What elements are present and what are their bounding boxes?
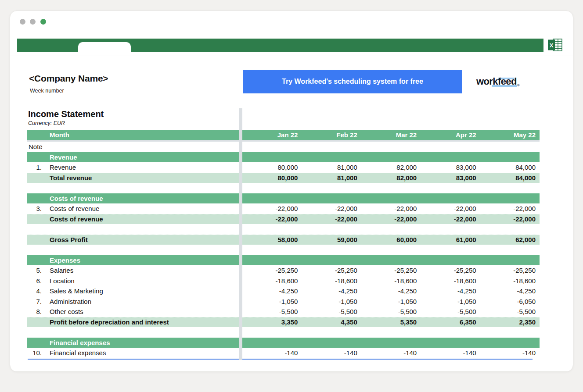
company-name-title: <Company Name>	[29, 73, 108, 84]
cell-value: -140	[242, 349, 302, 356]
excel-icon: X	[547, 38, 563, 52]
cell-value: 62,000	[480, 236, 540, 243]
row-label: Gross Profit	[42, 236, 242, 243]
cell-value: -22,000	[480, 205, 540, 212]
row-label: Salaries	[42, 267, 242, 274]
currency-label: Currency: EUR	[28, 120, 65, 126]
cell-value: 61,000	[421, 236, 480, 243]
cell-value: -25,250	[480, 267, 540, 274]
month-header-label: Month	[42, 131, 242, 139]
table-row: 4. Sales & Marketing -4,250 -4,250 -4,25…	[27, 286, 540, 296]
table-spacer-row	[27, 224, 540, 235]
sheet-tab[interactable]	[78, 42, 131, 54]
table-row: 3. Costs of revenue -22,000 -22,000 -22,…	[27, 203, 540, 214]
table-month-header-row: Month Jan 22 Feb 22 Mar 22 Apr 22 May 22	[27, 130, 540, 140]
note-number: 5.	[27, 267, 42, 274]
table-total-row: Costs of revenue -22,000 -22,000 -22,000…	[27, 214, 540, 225]
cell-value: -22,000	[480, 215, 540, 223]
try-workfeed-button[interactable]: Try Workfeed's scheduling system for fre…	[243, 70, 462, 93]
cell-value: -5,500	[242, 308, 302, 315]
note-number: 6.	[27, 277, 42, 285]
cell-value: 84,000	[480, 164, 540, 171]
cell-value: -18,600	[421, 277, 480, 285]
svg-text:X: X	[550, 42, 554, 49]
month-header-cell: May 22	[480, 131, 540, 139]
cell-value: -1,050	[242, 298, 302, 305]
cell-value: -18,600	[302, 277, 361, 285]
row-label: Other costs	[42, 308, 242, 315]
cell-value: 59,000	[302, 236, 361, 243]
cell-value: 58,000	[242, 236, 302, 243]
cell-value: -22,000	[242, 205, 302, 212]
table-row: 6. Location -18,600 -18,600 -18,600 -18,…	[27, 276, 540, 286]
cell-value: 6,350	[421, 318, 480, 326]
cell-value: -140	[480, 349, 540, 356]
cell-value: 82,000	[361, 174, 421, 182]
table-row: 8. Other costs -5,500 -5,500 -5,500 -5,5…	[27, 306, 540, 317]
cell-value: -140	[421, 349, 480, 356]
window-control-dot-3[interactable]	[40, 19, 46, 25]
cell-value: 83,000	[421, 174, 480, 182]
cell-value: -4,250	[480, 287, 540, 295]
workfeed-logo[interactable]: workfeed®	[476, 76, 519, 87]
row-label: Costs of revenue	[42, 215, 242, 223]
cell-value: -22,000	[361, 205, 421, 212]
window-control-dot-2[interactable]	[30, 19, 36, 25]
cell-value: -140	[302, 349, 361, 356]
cell-value: 4,350	[302, 318, 361, 326]
row-label: Costs of revenue	[42, 205, 242, 212]
cell-value: 80,000	[242, 164, 302, 171]
section-label: Revenue	[42, 153, 242, 161]
cell-value: -4,250	[421, 287, 480, 295]
row-label: Sales & Marketing	[42, 287, 242, 295]
table-spacer-row	[27, 183, 540, 193]
month-header-cells: Jan 22 Feb 22 Mar 22 Apr 22 May 22	[242, 130, 540, 140]
cell-value: -4,250	[242, 287, 302, 295]
note-number: 8.	[27, 308, 42, 315]
table-section-row: Revenue	[27, 152, 540, 163]
freeze-pane-divider-vertical[interactable]	[239, 108, 242, 360]
week-number-label: Week number	[30, 88, 64, 94]
month-header-cell: Jan 22	[242, 131, 302, 139]
app-window: X <Company Name> Week number Try Workfee…	[10, 11, 573, 372]
cell-value: -25,250	[361, 267, 421, 274]
income-statement-table: Month Jan 22 Feb 22 Mar 22 Apr 22 May 22…	[27, 130, 540, 360]
note-number: 7.	[27, 298, 42, 305]
cell-value: -22,000	[361, 215, 421, 223]
table-spacer-row	[27, 245, 540, 255]
section-label: Costs of revenue	[42, 195, 242, 202]
note-number: 10.	[27, 349, 42, 356]
cell-value: -1,050	[421, 298, 480, 305]
section-label: Financial expenses	[42, 339, 242, 346]
cell-value: 2,350	[480, 318, 540, 326]
table-section-row: Financial expenses	[27, 338, 540, 348]
cell-value: -4,250	[302, 287, 361, 295]
table-row-note: Note	[27, 142, 540, 152]
cell-value: -25,250	[242, 267, 302, 274]
section-label: Expenses	[42, 257, 242, 264]
cell-value: -18,600	[480, 277, 540, 285]
cell-value: -25,250	[421, 267, 480, 274]
row-label: Profit before depreciation and interest	[42, 318, 242, 326]
window-control-dot-1[interactable]	[20, 19, 25, 25]
cell-value: -4,250	[361, 287, 421, 295]
cell-value: 83,000	[421, 164, 480, 171]
table-row: 7. Administration -1,050 -1,050 -1,050 -…	[27, 296, 540, 307]
cell-value: -5,500	[480, 308, 540, 315]
table-section-row: Expenses	[27, 255, 540, 266]
row-label: Revenue	[42, 164, 242, 171]
cell-value: -1,050	[361, 298, 421, 305]
month-header-cell: Mar 22	[361, 131, 421, 139]
cell-value: -140	[361, 349, 421, 356]
cell-value: -5,500	[302, 308, 361, 315]
cell-value: -5,500	[421, 308, 480, 315]
note-number: 4.	[27, 287, 42, 295]
cell-value: 60,000	[361, 236, 421, 243]
row-label: Administration	[42, 298, 242, 305]
month-header-cell: Feb 22	[302, 131, 361, 139]
cell-value: -18,600	[361, 277, 421, 285]
try-workfeed-button-label: Try Workfeed's scheduling system for fre…	[282, 78, 423, 86]
table-bottom-border	[28, 359, 533, 360]
cell-value: -6,050	[480, 298, 540, 305]
table-row: 10. Financial expenses -140 -140 -140 -1…	[27, 348, 540, 358]
